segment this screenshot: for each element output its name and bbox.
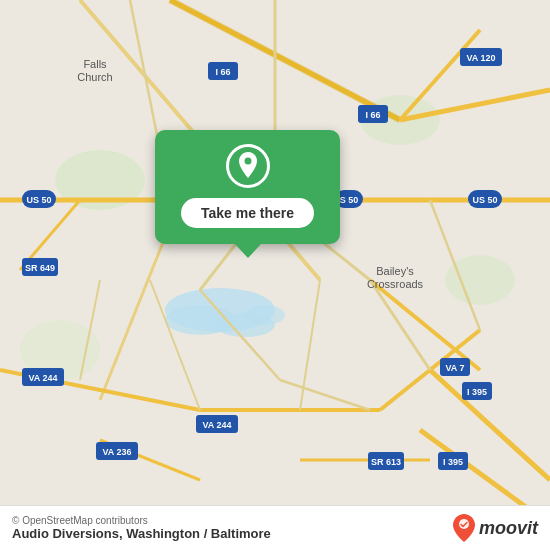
place-name-text: Audio Diversions, Washington / Baltimore: [12, 526, 271, 541]
popup-card: Take me there: [155, 130, 340, 244]
svg-text:VA 236: VA 236: [102, 447, 131, 457]
location-icon-circle: [226, 144, 270, 188]
bottom-left: © OpenStreetMap contributors Audio Diver…: [12, 515, 271, 541]
svg-point-7: [445, 255, 515, 305]
svg-text:Bailey's: Bailey's: [376, 265, 414, 277]
svg-text:I 66: I 66: [365, 110, 380, 120]
svg-text:Church: Church: [77, 71, 112, 83]
svg-text:VA 120: VA 120: [466, 53, 495, 63]
svg-text:I 395: I 395: [443, 457, 463, 467]
svg-point-4: [245, 305, 285, 325]
bottom-bar: © OpenStreetMap contributors Audio Diver…: [0, 505, 550, 550]
attribution-text: © OpenStreetMap contributors: [12, 515, 271, 526]
svg-text:Falls: Falls: [83, 58, 107, 70]
svg-text:S 50: S 50: [340, 195, 359, 205]
svg-text:VA 7: VA 7: [445, 363, 464, 373]
svg-text:VA 244: VA 244: [28, 373, 57, 383]
map-container: I 66 I 66 VA 120 US 50 US 50 S 50 SR 649…: [0, 0, 550, 550]
map-background: I 66 I 66 VA 120 US 50 US 50 S 50 SR 649…: [0, 0, 550, 550]
svg-text:Crossroads: Crossroads: [367, 278, 424, 290]
location-pin-icon: [236, 152, 260, 180]
moovit-brand-text: moovit: [479, 518, 538, 539]
svg-text:I 395: I 395: [467, 387, 487, 397]
svg-text:I 66: I 66: [215, 67, 230, 77]
moovit-logo[interactable]: moovit: [453, 514, 538, 542]
moovit-pin-icon: [453, 514, 475, 542]
take-me-there-button[interactable]: Take me there: [181, 198, 314, 228]
svg-text:VA 244: VA 244: [202, 420, 231, 430]
svg-text:SR 649: SR 649: [25, 263, 55, 273]
svg-text:SR 613: SR 613: [371, 457, 401, 467]
svg-text:US 50: US 50: [26, 195, 51, 205]
svg-point-69: [244, 158, 251, 165]
svg-text:US 50: US 50: [472, 195, 497, 205]
